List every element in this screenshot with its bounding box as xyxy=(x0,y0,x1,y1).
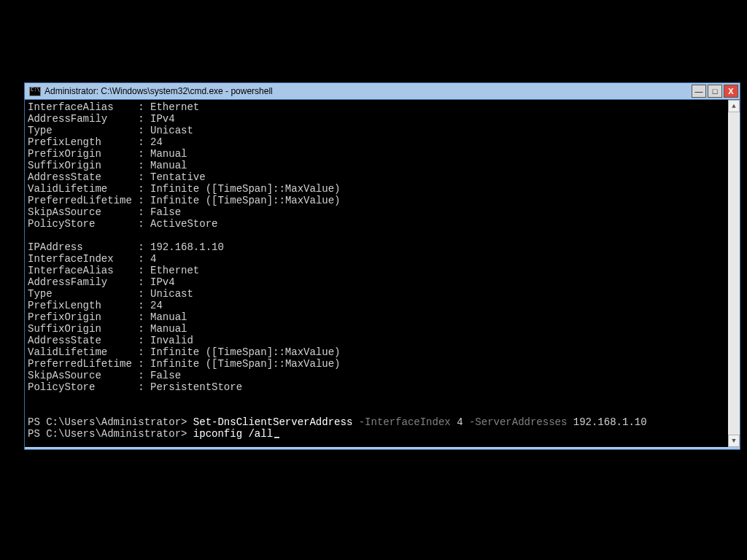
row: SkipAsSource : False xyxy=(28,206,181,218)
row: PrefixLength : 24 xyxy=(28,136,163,148)
row: AddressFamily : IPv4 xyxy=(28,113,175,125)
window-title: Administrator: C:\Windows\system32\cmd.e… xyxy=(44,86,690,96)
titlebar[interactable]: Administrator: C:\Windows\system32\cmd.e… xyxy=(25,83,740,100)
close-button[interactable]: X xyxy=(724,85,738,98)
cursor xyxy=(274,437,279,438)
row: PrefixOrigin : Manual xyxy=(28,148,187,160)
prompt-line: PS C:\Users\Administrator> Set-DnsClient… xyxy=(28,416,647,428)
cmd-icon xyxy=(29,87,41,96)
row: PreferredLifetime : Infinite ([TimeSpan]… xyxy=(28,358,341,370)
cmd-window: Administrator: C:\Windows\system32\cmd.e… xyxy=(24,82,740,450)
row: AddressState : Tentative xyxy=(28,171,206,183)
row: AddressState : Invalid xyxy=(28,335,193,346)
row: InterfaceIndex : 4 xyxy=(28,253,156,265)
row: PolicyStore : PersistentStore xyxy=(28,381,242,393)
row: SuffixOrigin : Manual xyxy=(28,323,187,335)
vertical-scrollbar[interactable]: ▲ ▼ xyxy=(728,100,740,447)
window-controls: — □ X xyxy=(690,83,740,99)
row: ValidLifetime : Infinite ([TimeSpan]::Ma… xyxy=(28,183,340,195)
minimize-button[interactable]: — xyxy=(692,85,706,98)
row: SkipAsSource : False xyxy=(28,370,181,381)
row: ValidLifetime : Infinite ([TimeSpan]::Ma… xyxy=(28,346,340,358)
terminal-output[interactable]: InterfaceAlias : Ethernet AddressFamily … xyxy=(25,100,728,447)
row: Type : Unicast xyxy=(28,125,193,136)
row: InterfaceAlias : Ethernet xyxy=(28,265,199,276)
row: InterfaceAlias : Ethernet xyxy=(28,101,199,113)
row: IPAddress : 192.168.1.10 xyxy=(28,241,224,253)
maximize-button[interactable]: □ xyxy=(708,85,722,98)
row: Type : Unicast xyxy=(28,288,193,300)
row: PreferredLifetime : Infinite ([TimeSpan]… xyxy=(28,195,341,206)
row: PrefixLength : 24 xyxy=(28,300,163,311)
scroll-track[interactable] xyxy=(728,112,740,435)
row: AddressFamily : IPv4 xyxy=(28,276,175,288)
prompt-line[interactable]: PS C:\Users\Administrator> ipconfig /all xyxy=(28,428,279,440)
client-area: InterfaceAlias : Ethernet AddressFamily … xyxy=(25,100,740,449)
row: SuffixOrigin : Manual xyxy=(28,160,187,171)
scroll-down-arrow-icon[interactable]: ▼ xyxy=(728,435,740,447)
row: PolicyStore : ActiveStore xyxy=(28,218,217,230)
scroll-up-arrow-icon[interactable]: ▲ xyxy=(728,100,740,112)
row: PrefixOrigin : Manual xyxy=(28,311,187,323)
